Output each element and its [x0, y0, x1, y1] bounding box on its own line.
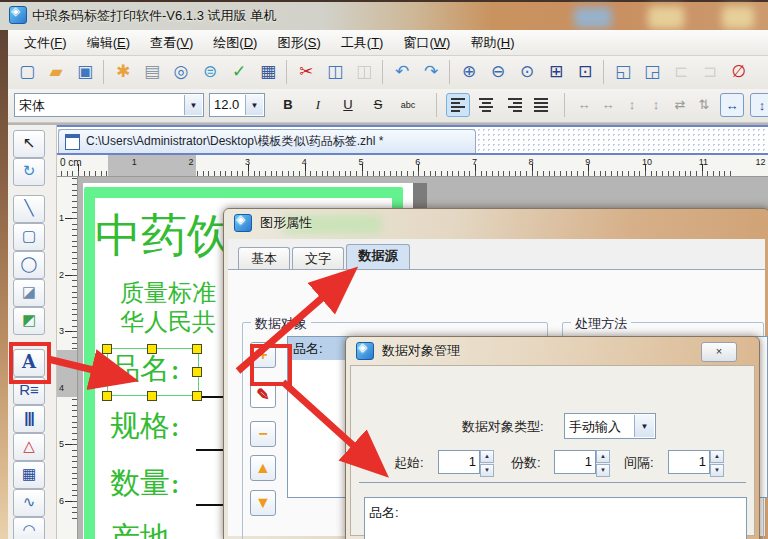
distribute-horizontal-button: ⇄ [668, 93, 692, 117]
label-field-text[interactable]: 数量: [110, 463, 180, 504]
spinner-down-icon[interactable]: ▼ [710, 464, 724, 477]
spinner-up-icon[interactable]: ▲ [710, 450, 724, 463]
menu-item-f[interactable]: 文件(F) [14, 31, 77, 55]
tab-基本[interactable]: 基本 [238, 247, 290, 270]
ungroup-button[interactable]: ◲ [639, 59, 665, 85]
toolbar-separator [436, 93, 437, 117]
hide-object-button[interactable]: ∅ [726, 59, 752, 85]
selection-handle[interactable] [147, 391, 157, 401]
add-data-object-button[interactable]: + [250, 342, 276, 368]
save-file-button[interactable]: ▣ [72, 59, 98, 85]
menu-item-e[interactable]: 编辑(E) [77, 31, 140, 55]
align-left-button[interactable] [446, 93, 470, 117]
selection-handle[interactable] [102, 391, 112, 401]
menu-item-h[interactable]: 帮助(H) [460, 31, 524, 55]
center-horizontal-button[interactable]: ↔ [720, 93, 744, 117]
zoom-out-icon: ⊖ [485, 59, 511, 85]
spinner-field[interactable]: 1 [554, 450, 596, 474]
bold-button[interactable]: B [276, 93, 300, 117]
database-check-button[interactable]: ✓ [226, 59, 252, 85]
curve-tool-button[interactable]: ∿ [13, 489, 45, 517]
rounded-rect-tool-button[interactable]: ▢ [13, 223, 45, 251]
label-field-text[interactable]: 产地 [110, 518, 170, 539]
font-size-combo[interactable]: 12.0 ▼ [209, 93, 265, 117]
tab-文字[interactable]: 文字 [292, 247, 344, 270]
menu-item-t[interactable]: 工具(T) [331, 31, 394, 55]
settings-button[interactable]: ✱ [110, 59, 136, 85]
toolbar-separator [286, 60, 287, 84]
close-button[interactable]: × [701, 342, 737, 362]
italic-button[interactable]: I [306, 93, 330, 117]
document-tab[interactable]: C:\Users\Administrator\Desktop\模板类似\药品标签… [58, 129, 476, 153]
spinner-field[interactable]: 1 [438, 450, 480, 474]
align-center-button[interactable] [474, 93, 498, 117]
spinner-up-icon[interactable]: ▲ [480, 450, 494, 463]
properties-dialog-titlebar[interactable]: 图形属性 [224, 209, 768, 237]
database-button[interactable]: ⊜ [197, 59, 223, 85]
spinner-down-icon[interactable]: ▼ [480, 464, 494, 477]
label-title-text[interactable]: 中药饮 [95, 205, 233, 267]
spinner-down-icon[interactable]: ▼ [596, 464, 610, 477]
print-button[interactable]: ▤ [139, 59, 165, 85]
fit-page-button[interactable]: ⊞ [543, 59, 569, 85]
menu-item-d[interactable]: 绘图(D) [203, 31, 267, 55]
remove-data-object-button[interactable]: − [250, 421, 276, 447]
redo-button[interactable]: ↷ [418, 59, 444, 85]
barcode-tool-button[interactable]: ||| [13, 405, 45, 433]
menu-item-v[interactable]: 查看(V) [140, 31, 203, 55]
arc-tool-button[interactable]: ◠ [13, 517, 45, 539]
text-case-button[interactable]: abc [396, 93, 420, 117]
underline-button[interactable]: U [336, 93, 360, 117]
open-file-button[interactable]: ▰ [43, 59, 69, 85]
manual-input-textarea[interactable]: 品名: [364, 497, 747, 539]
type-dropdown-icon[interactable]: ▼ [634, 415, 654, 437]
tab-数据源[interactable]: 数据源 [346, 244, 410, 270]
shape-tool-button[interactable]: △ [13, 433, 45, 461]
label-subtitle2-text[interactable]: 华人民共 [120, 306, 216, 338]
undo-button[interactable]: ↶ [389, 59, 415, 85]
text-tool-button[interactable]: A [13, 349, 45, 377]
move-up-button[interactable]: ▲ [250, 455, 276, 481]
ellipse-tool-button[interactable]: ◯ [13, 251, 45, 279]
picture-tool-button[interactable]: ◪ [13, 279, 45, 307]
align-right-button[interactable] [502, 93, 526, 117]
selection-handle[interactable] [192, 344, 202, 354]
label-field-text[interactable]: 规格: [110, 406, 180, 447]
line-tool-button[interactable]: ╲ [13, 195, 45, 223]
select-tool-button[interactable]: ↖ [13, 130, 45, 158]
fit-selection-button[interactable]: ⊡ [572, 59, 598, 85]
selection-handle[interactable] [192, 367, 202, 377]
image-tool-button[interactable]: ◩ [13, 307, 45, 335]
menu-item-s[interactable]: 图形(S) [267, 31, 330, 55]
group-button[interactable]: ◱ [610, 59, 636, 85]
strikethrough-button[interactable]: S [366, 93, 390, 117]
selection-handle[interactable] [192, 391, 202, 401]
data-object-type-combo[interactable]: 手动输入 ▼ [564, 413, 656, 439]
grid-button[interactable]: ▦ [255, 59, 281, 85]
spinner-up-icon[interactable]: ▲ [596, 450, 610, 463]
selection-handle[interactable] [147, 344, 157, 354]
move-down-button[interactable]: ▼ [250, 490, 276, 516]
selection-handle[interactable] [102, 367, 112, 377]
selection-handle[interactable] [102, 344, 112, 354]
spinner-field[interactable]: 1 [668, 450, 710, 474]
font-family-dropdown-icon[interactable]: ▼ [184, 95, 202, 115]
rotate-tool-button[interactable]: ↻ [13, 158, 45, 186]
font-family-combo[interactable]: 宋体 ▼ [14, 93, 204, 117]
menu-item-w[interactable]: 窗口(W) [393, 31, 460, 55]
center-vertical-button[interactable]: ↕ [750, 93, 768, 117]
zoom-button[interactable]: ⊙ [514, 59, 540, 85]
zoom-in-button[interactable]: ⊕ [456, 59, 482, 85]
qrcode-tool-button[interactable]: ▦ [13, 461, 45, 489]
print-preview-button[interactable]: ◎ [168, 59, 194, 85]
zoom-out-button[interactable]: ⊖ [485, 59, 511, 85]
label-subtitle1-text[interactable]: 质量标准 [120, 277, 216, 309]
manager-dialog-titlebar[interactable]: 数据对象管理 [346, 337, 759, 365]
new-document-button[interactable]: ▢ [14, 59, 40, 85]
rich-text-tool-button[interactable]: R≡ [13, 377, 45, 405]
copy-button[interactable]: ◫ [322, 59, 348, 85]
edit-data-object-button[interactable]: ✎ [250, 382, 276, 408]
cut-button[interactable]: ✂ [293, 59, 319, 85]
font-size-dropdown-icon[interactable]: ▼ [245, 95, 263, 115]
align-justify-button[interactable] [530, 93, 554, 117]
